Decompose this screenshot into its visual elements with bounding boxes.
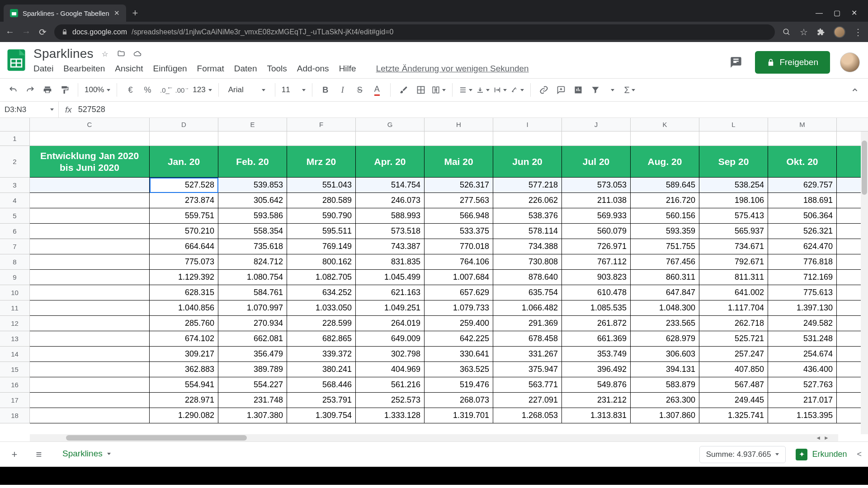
- cell[interactable]: [30, 331, 150, 347]
- insert-comment-icon[interactable]: [554, 82, 568, 98]
- data-cell[interactable]: 566.948: [425, 208, 493, 224]
- cell[interactable]: [699, 131, 768, 146]
- cell[interactable]: [30, 224, 150, 239]
- cell[interactable]: [287, 131, 356, 146]
- data-cell[interactable]: 588.993: [356, 208, 425, 224]
- col-header[interactable]: L: [699, 118, 768, 131]
- data-cell[interactable]: 634.252: [287, 285, 356, 300]
- row-header[interactable]: 2: [0, 146, 30, 178]
- cell[interactable]: [30, 208, 150, 224]
- data-cell[interactable]: 629.757: [768, 178, 837, 193]
- cell[interactable]: [30, 254, 150, 270]
- data-cell[interactable]: 1.007.684: [425, 270, 493, 285]
- data-cell[interactable]: 363.525: [425, 362, 493, 377]
- move-icon[interactable]: [116, 49, 126, 59]
- data-cell[interactable]: 538.254: [699, 178, 768, 193]
- data-cell[interactable]: 262.718: [699, 316, 768, 331]
- insert-chart-icon[interactable]: [571, 82, 585, 98]
- data-cell[interactable]: 1.070.997: [218, 300, 287, 316]
- month-header-cell[interactable]: Okt. 20: [768, 146, 837, 178]
- data-cell[interactable]: 734.388: [493, 239, 562, 254]
- bookmark-star-icon[interactable]: ☆: [799, 28, 808, 37]
- text-color-button[interactable]: A: [370, 82, 384, 98]
- data-cell[interactable]: 1.080.754: [218, 270, 287, 285]
- menu-ansicht[interactable]: Ansicht: [115, 64, 143, 74]
- data-cell[interactable]: 800.162: [287, 254, 356, 270]
- data-cell[interactable]: 252.573: [356, 393, 425, 408]
- redo-icon[interactable]: [24, 82, 37, 98]
- cloud-status-icon[interactable]: [132, 49, 142, 59]
- data-cell[interactable]: 554.227: [218, 377, 287, 393]
- data-cell[interactable]: 593.359: [631, 224, 699, 239]
- data-cell[interactable]: 682.865: [287, 331, 356, 347]
- data-cell[interactable]: 356.479: [218, 347, 287, 362]
- col-header[interactable]: D: [150, 118, 218, 131]
- cell[interactable]: [150, 131, 218, 146]
- col-header[interactable]: G: [356, 118, 425, 131]
- data-cell[interactable]: 1.397.130: [768, 300, 837, 316]
- data-cell[interactable]: 831.835: [356, 254, 425, 270]
- browser-tab[interactable]: Sparklines - Google Tabellen ✕: [4, 5, 126, 22]
- data-cell[interactable]: 730.808: [493, 254, 562, 270]
- row-header[interactable]: 3: [0, 178, 30, 193]
- cell[interactable]: [768, 131, 837, 146]
- data-cell[interactable]: 577.218: [493, 178, 562, 193]
- data-cell[interactable]: 270.934: [218, 316, 287, 331]
- data-cell[interactable]: 261.872: [562, 316, 631, 331]
- cell[interactable]: [218, 131, 287, 146]
- halign-button[interactable]: [459, 82, 472, 98]
- data-cell[interactable]: 436.400: [768, 362, 837, 377]
- wrap-button[interactable]: [493, 82, 507, 98]
- data-cell[interactable]: 264.019: [356, 316, 425, 331]
- data-cell[interactable]: 396.492: [562, 362, 631, 377]
- data-cell[interactable]: 1.309.754: [287, 408, 356, 423]
- col-header[interactable]: J: [562, 118, 631, 131]
- data-cell[interactable]: 903.823: [562, 270, 631, 285]
- menu-bearbeiten[interactable]: Bearbeiten: [63, 64, 105, 74]
- data-cell[interactable]: 628.315: [150, 285, 218, 300]
- row-header[interactable]: 12: [0, 316, 30, 331]
- data-cell[interactable]: 1.040.856: [150, 300, 218, 316]
- data-cell[interactable]: 280.589: [287, 193, 356, 208]
- undo-icon[interactable]: [6, 82, 20, 98]
- data-cell[interactable]: 362.883: [150, 362, 218, 377]
- cell[interactable]: [30, 408, 150, 423]
- data-cell[interactable]: 567.487: [699, 377, 768, 393]
- account-avatar[interactable]: [840, 52, 860, 72]
- data-cell[interactable]: 878.640: [493, 270, 562, 285]
- sheet-tab[interactable]: Sparklines: [55, 444, 118, 465]
- row-header[interactable]: 13: [0, 331, 30, 347]
- data-cell[interactable]: 302.798: [356, 347, 425, 362]
- data-cell[interactable]: 568.446: [287, 377, 356, 393]
- borders-button[interactable]: [414, 82, 428, 98]
- data-cell[interactable]: 1.117.704: [699, 300, 768, 316]
- data-cell[interactable]: 331.267: [493, 347, 562, 362]
- close-window-icon[interactable]: ✕: [851, 9, 857, 17]
- data-cell[interactable]: 1.319.701: [425, 408, 493, 423]
- data-cell[interactable]: 305.642: [218, 193, 287, 208]
- data-cell[interactable]: 575.413: [699, 208, 768, 224]
- data-cell[interactable]: 1.085.535: [562, 300, 631, 316]
- cell[interactable]: [30, 393, 150, 408]
- data-cell[interactable]: 561.216: [356, 377, 425, 393]
- month-header-cell[interactable]: Mai 20: [425, 146, 493, 178]
- doc-title[interactable]: Sparklines: [33, 47, 94, 61]
- data-cell[interactable]: 590.790: [287, 208, 356, 224]
- data-cell[interactable]: 635.754: [493, 285, 562, 300]
- data-cell[interactable]: 527.528: [150, 178, 218, 193]
- chrome-profile-avatar[interactable]: [834, 26, 845, 38]
- month-header-cell[interactable]: Sep 20: [699, 146, 768, 178]
- add-sheet-button[interactable]: +: [6, 446, 23, 463]
- data-cell[interactable]: 1.307.380: [218, 408, 287, 423]
- col-header[interactable]: M: [768, 118, 837, 131]
- data-cell[interactable]: 767.112: [562, 254, 631, 270]
- data-cell[interactable]: 1.045.499: [356, 270, 425, 285]
- data-cell[interactable]: 249.582: [768, 316, 837, 331]
- month-header-cell[interactable]: Jan. 20: [150, 146, 218, 178]
- show-side-panel-icon[interactable]: <: [857, 450, 862, 459]
- cell[interactable]: [30, 285, 150, 300]
- new-tab-button[interactable]: +: [126, 5, 145, 22]
- menu-format[interactable]: Format: [197, 64, 224, 74]
- data-cell[interactable]: 573.518: [356, 224, 425, 239]
- data-cell[interactable]: 538.376: [493, 208, 562, 224]
